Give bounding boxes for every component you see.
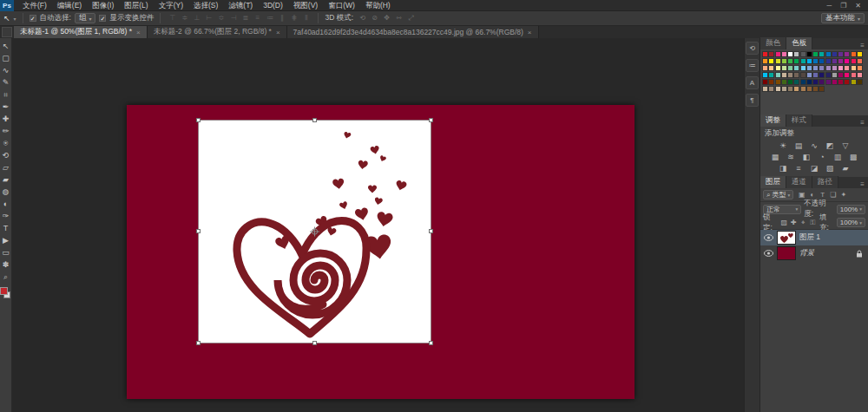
exposure-icon[interactable]: ◩ [824, 141, 836, 152]
color-swatch[interactable] [844, 72, 850, 78]
distribute-bottom[interactable]: ≔ [264, 14, 275, 23]
color-swatch[interactable] [825, 51, 832, 57]
document-canvas[interactable] [127, 105, 635, 399]
current-tool-icon[interactable]: ↖ [3, 14, 10, 23]
color-swatch[interactable] [857, 51, 863, 57]
history-brush-tool[interactable]: ⟲ [0, 149, 11, 161]
minimize-button[interactable]: ─ [826, 2, 832, 10]
transform-handle-se[interactable] [429, 341, 433, 345]
gradient-map-icon[interactable]: ▰ [839, 163, 852, 174]
quick-selection-tool[interactable]: ✎ [0, 76, 11, 88]
color-swatch[interactable] [800, 79, 806, 85]
brush-tool[interactable]: ✏ [0, 125, 11, 137]
color-swatch[interactable] [787, 58, 793, 64]
color-swatch[interactable] [851, 65, 857, 71]
3d-rotate-icon[interactable]: ⟲ [357, 14, 368, 23]
color-swatch[interactable] [806, 79, 812, 85]
align-right-edges[interactable]: ⊣ [227, 14, 239, 23]
3d-scale-icon[interactable]: ⤢ [405, 14, 417, 23]
color-swatch[interactable] [768, 65, 774, 71]
color-swatch[interactable] [825, 79, 832, 85]
lock-position-icon[interactable]: ⌖ [799, 219, 807, 227]
3d-roll-icon[interactable]: ⊘ [369, 14, 380, 23]
color-swatch[interactable] [775, 79, 781, 85]
color-swatch[interactable] [838, 58, 844, 64]
color-swatch[interactable] [775, 72, 781, 78]
color-swatch[interactable] [825, 58, 832, 64]
menu-item-L[interactable]: 图层(L) [119, 0, 153, 11]
healing-brush-tool[interactable]: ✚ [0, 113, 11, 125]
color-swatch[interactable] [793, 58, 799, 64]
align-bottom-edges[interactable]: ⊥ [191, 14, 202, 23]
hue-saturation-icon[interactable]: ▦ [769, 152, 781, 163]
color-swatch[interactable] [819, 86, 825, 92]
color-lookup-icon[interactable]: ▩ [847, 152, 859, 163]
close-button[interactable]: ✕ [855, 2, 861, 10]
filter-shape-icon[interactable]: ❏ [829, 191, 837, 199]
adjustments-tab-调整[interactable]: 调整 [760, 114, 786, 127]
color-swatch[interactable] [844, 79, 850, 85]
lock-pixels-icon[interactable]: ✚ [790, 219, 798, 227]
color-swatch[interactable] [812, 51, 819, 57]
auto-select-dropdown[interactable]: 组▾ [75, 13, 96, 23]
color-balance-icon[interactable]: ≋ [785, 152, 797, 163]
dodge-tool[interactable]: ◐ [0, 198, 11, 210]
black-white-icon[interactable]: ◧ [800, 152, 812, 163]
color-swatch[interactable] [851, 79, 857, 85]
layers-tab-通道[interactable]: 通道 [786, 176, 812, 188]
color-swatch[interactable] [838, 65, 844, 71]
channel-mixer-icon[interactable]: ▥ [832, 152, 844, 163]
color-swatch[interactable] [781, 79, 787, 85]
selective-color-icon[interactable]: ▧ [824, 163, 836, 174]
color-swatch[interactable] [781, 58, 787, 64]
color-swatch[interactable] [793, 79, 799, 85]
color-swatch[interactable] [768, 58, 774, 64]
close-tab-icon[interactable]: × [528, 29, 532, 36]
menu-item-H[interactable]: 帮助(H) [360, 0, 396, 11]
filter-smartobject-icon[interactable]: ✦ [839, 191, 847, 199]
swatches-tab-颜色[interactable]: 颜色 [760, 37, 786, 49]
color-swatch[interactable] [812, 72, 819, 78]
align-vertical-centers[interactable]: ≑ [179, 14, 190, 23]
eraser-tool[interactable]: ▱ [0, 161, 11, 173]
color-swatch[interactable] [819, 51, 825, 57]
transform-layer[interactable] [199, 121, 431, 343]
color-swatch[interactable] [762, 86, 768, 92]
menu-item-I[interactable]: 图像(I) [87, 0, 119, 11]
color-swatch[interactable] [851, 51, 857, 57]
menu-item-V[interactable]: 视图(V) [288, 0, 323, 11]
zoom-tool[interactable]: ⌕ [0, 271, 11, 283]
color-swatch[interactable] [762, 65, 768, 71]
properties-panel-icon[interactable]: ≔ [746, 59, 759, 72]
color-swatch[interactable] [775, 65, 781, 71]
lock-all-icon[interactable]: ⚿ [809, 219, 817, 227]
distribute-left[interactable]: ∥ [276, 14, 287, 23]
color-swatch[interactable] [787, 65, 793, 71]
color-swatch[interactable] [800, 58, 806, 64]
color-swatch[interactable] [800, 72, 806, 78]
tool-preset-arrow-icon[interactable]: ▾ [14, 16, 16, 22]
layer-row-1[interactable]: 图层 1 [760, 230, 868, 245]
shape-tool[interactable]: ▭ [0, 246, 11, 258]
color-swatch[interactable] [787, 86, 793, 92]
filter-adjustment-icon[interactable]: ◐ [808, 191, 816, 199]
auto-select-checkbox[interactable]: ✓ [30, 15, 36, 22]
lasso-tool[interactable]: ∿ [0, 64, 11, 76]
color-swatch[interactable] [819, 65, 825, 71]
color-swatch[interactable] [800, 65, 806, 71]
hand-tool[interactable]: ✽ [0, 258, 11, 271]
type-tool[interactable]: T [0, 222, 11, 234]
gradient-tool[interactable]: ▰ [0, 173, 11, 186]
paragraph-panel-icon[interactable]: ¶ [746, 94, 759, 107]
panel-menu-icon[interactable]: ≡ [860, 180, 868, 188]
color-swatch[interactable] [787, 72, 793, 78]
menu-item-F[interactable]: 文件(F) [17, 0, 52, 11]
adjustments-tab-样式[interactable]: 样式 [786, 114, 812, 127]
menu-item-3DD[interactable]: 3D(D) [258, 0, 288, 11]
workspace-switcher[interactable]: 基本功能▾ [821, 13, 865, 23]
color-swatch[interactable] [781, 86, 787, 92]
color-swatch[interactable] [787, 51, 793, 57]
layer-row-2[interactable]: 背景 [760, 245, 868, 261]
menu-item-E[interactable]: 编辑(E) [52, 0, 87, 11]
color-swatch[interactable] [806, 58, 812, 64]
